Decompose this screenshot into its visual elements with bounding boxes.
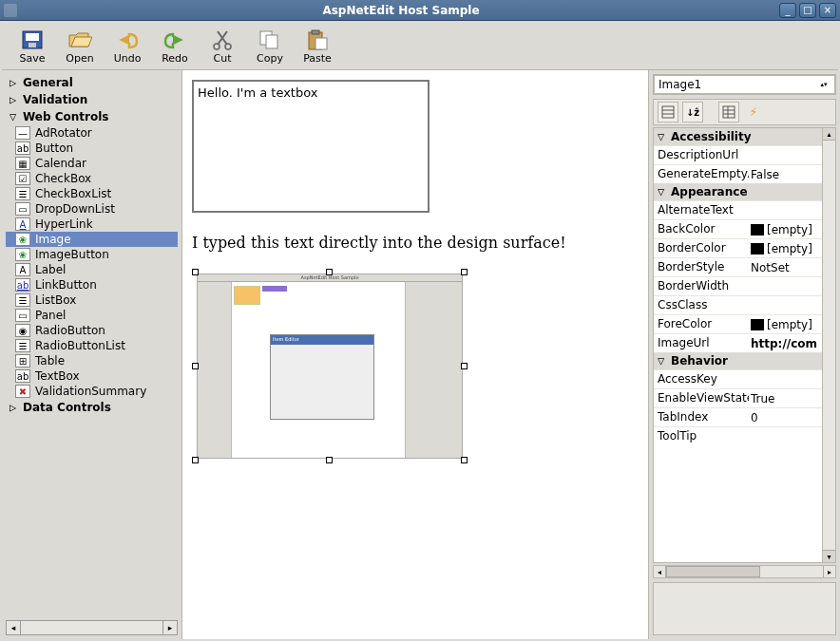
scroll-right-button[interactable]: ▸	[823, 566, 835, 577]
toolbox-item-hyperlink[interactable]: AHyperLink	[6, 217, 178, 232]
prop-value[interactable]: http://com	[749, 334, 822, 352]
toolbox-item-label[interactable]: ALabel	[6, 262, 178, 277]
scroll-thumb[interactable]	[666, 566, 760, 577]
scroll-up-button[interactable]: ▴	[823, 128, 835, 141]
prop-value[interactable]: NotSet	[749, 258, 822, 276]
resize-handle[interactable]	[461, 457, 468, 463]
image-widget[interactable]: AspNetEdit Host Sample Item Editor	[192, 269, 468, 463]
prop-value[interactable]	[749, 201, 822, 219]
toolbox-item-radiobuttonlist[interactable]: ☰RadioButtonList	[6, 338, 178, 353]
window-icon	[4, 4, 17, 17]
toolbox-cat-validation[interactable]: ▷ Validation	[6, 91, 178, 108]
toolbox-item-image[interactable]: ❀Image	[6, 232, 178, 247]
prop-category-accessibility[interactable]: ▽Accessibility	[654, 128, 822, 145]
property-grid[interactable]: ▽AccessibilityDescriptionUrlGenerateEmpt…	[654, 128, 822, 562]
prop-value[interactable]	[749, 370, 822, 388]
toolbox-item-listbox[interactable]: ☰ListBox	[6, 292, 178, 308]
toolbox-item-adrotator[interactable]: —AdRotator	[6, 125, 178, 141]
prop-row-borderwidth[interactable]: BorderWidth	[654, 276, 822, 295]
redo-icon	[162, 28, 188, 51]
svg-rect-8	[312, 30, 319, 34]
resize-handle[interactable]	[326, 457, 333, 463]
textbox-widget[interactable]: Hello. I'm a textbox	[192, 80, 430, 213]
scroll-track[interactable]	[21, 621, 162, 634]
resize-handle[interactable]	[192, 363, 199, 369]
paste-button[interactable]: Paste	[298, 27, 336, 66]
resize-handle[interactable]	[461, 363, 468, 369]
mock-right-pane	[405, 282, 462, 458]
scroll-right-button[interactable]: ▸	[162, 621, 177, 634]
prop-value[interactable]: [empty]	[749, 220, 822, 238]
scroll-left-button[interactable]: ◂	[654, 566, 666, 577]
copy-button[interactable]: Copy	[251, 27, 289, 66]
component-selector[interactable]: Image1 ▴▾	[653, 74, 836, 95]
prop-row-alternatetext[interactable]: AlternateText	[654, 200, 822, 219]
property-vscrollbar[interactable]: ▴ ▾	[822, 128, 835, 562]
toolbox-item-validationsummary[interactable]: ✖ValidationSummary	[6, 384, 178, 399]
cut-button[interactable]: Cut	[203, 27, 241, 66]
properties-button[interactable]	[718, 102, 739, 123]
prop-value[interactable]	[749, 296, 822, 314]
prop-row-backcolor[interactable]: BackColor[empty]	[654, 219, 822, 238]
toolbox-cat-web[interactable]: ▽ Web Controls	[6, 108, 178, 125]
prop-value[interactable]: False	[749, 165, 822, 183]
resize-handle[interactable]	[192, 269, 199, 275]
scroll-down-button[interactable]: ▾	[823, 550, 835, 562]
design-typed-text[interactable]: I typed this text directly into the desi…	[192, 234, 639, 252]
redo-button[interactable]: Redo	[156, 27, 194, 66]
alphabetical-button[interactable]: ↓ẑ	[682, 102, 703, 123]
toolbox-item-linkbutton[interactable]: abLinkButton	[6, 277, 178, 292]
undo-button[interactable]: Undo	[108, 27, 146, 66]
toolbox-item-checkbox[interactable]: ☑CheckBox	[6, 171, 178, 186]
resize-handle[interactable]	[326, 269, 333, 275]
prop-row-cssclass[interactable]: CssClass	[654, 295, 822, 314]
prop-row-generateemptyalternatetext[interactable]: GenerateEmptyAlternateTextFalse	[654, 164, 822, 183]
toolbox-cat-data[interactable]: ▷ Data Controls	[6, 399, 178, 416]
save-button[interactable]: Save	[13, 27, 51, 66]
open-button[interactable]: Open	[61, 27, 99, 66]
prop-value[interactable]	[749, 427, 822, 445]
panel-icon: ▭	[15, 309, 30, 322]
prop-row-tabindex[interactable]: TabIndex0	[654, 407, 822, 426]
close-button[interactable]: ×	[819, 3, 836, 18]
prop-value[interactable]: 0	[749, 408, 822, 426]
prop-value[interactable]	[749, 277, 822, 295]
prop-value[interactable]: True	[749, 389, 822, 407]
scroll-track[interactable]	[666, 566, 823, 577]
prop-category-behavior[interactable]: ▽Behavior	[654, 352, 822, 369]
property-hscrollbar[interactable]: ◂ ▸	[653, 565, 836, 578]
toolbox-item-checkboxlist[interactable]: ☰CheckBoxList	[6, 186, 178, 201]
toolbox-item-label: Table	[35, 354, 65, 368]
design-surface[interactable]: Hello. I'm a textbox I typed this text d…	[182, 70, 648, 639]
toolbox-item-table[interactable]: ⊞Table	[6, 353, 178, 368]
toolbox-hscrollbar[interactable]: ◂ ▸	[6, 620, 178, 635]
categorized-button[interactable]	[658, 102, 678, 123]
resize-handle[interactable]	[192, 457, 199, 463]
collapse-icon: ▽	[658, 130, 667, 143]
prop-row-descriptionurl[interactable]: DescriptionUrl	[654, 145, 822, 164]
prop-value[interactable]: [empty]	[749, 239, 822, 257]
prop-row-forecolor[interactable]: ForeColor[empty]	[654, 314, 822, 333]
toolbox-item-textbox[interactable]: abTextBox	[6, 368, 178, 384]
prop-category-appearance[interactable]: ▽Appearance	[654, 183, 822, 200]
prop-value[interactable]: [empty]	[749, 315, 822, 333]
prop-value[interactable]	[749, 146, 822, 164]
maximize-button[interactable]: □	[799, 3, 816, 18]
resize-handle[interactable]	[461, 269, 468, 275]
toolbox-item-radiobutton[interactable]: ◉RadioButton	[6, 323, 178, 338]
prop-row-accesskey[interactable]: AccessKey	[654, 369, 822, 388]
minimize-button[interactable]: _	[779, 3, 796, 18]
prop-row-enableviewstate[interactable]: EnableViewStateTrue	[654, 388, 822, 407]
events-button[interactable]: ⚡	[743, 102, 764, 123]
prop-row-tooltip[interactable]: ToolTip	[654, 426, 822, 445]
toolbox-cat-general[interactable]: ▷ General	[6, 74, 178, 91]
scroll-left-button[interactable]: ◂	[7, 621, 21, 634]
toolbox-item-panel[interactable]: ▭Panel	[6, 308, 178, 323]
prop-row-borderstyle[interactable]: BorderStyleNotSet	[654, 257, 822, 276]
prop-row-bordercolor[interactable]: BorderColor[empty]	[654, 238, 822, 257]
toolbox-item-calendar[interactable]: ▦Calendar	[6, 156, 178, 171]
toolbox-item-imagebutton[interactable]: ❀ImageButton	[6, 247, 178, 262]
prop-row-imageurl[interactable]: ImageUrlhttp://com	[654, 333, 822, 352]
toolbox-item-dropdownlist[interactable]: ▭DropDownList	[6, 201, 178, 217]
toolbox-item-button[interactable]: abButton	[6, 141, 178, 156]
